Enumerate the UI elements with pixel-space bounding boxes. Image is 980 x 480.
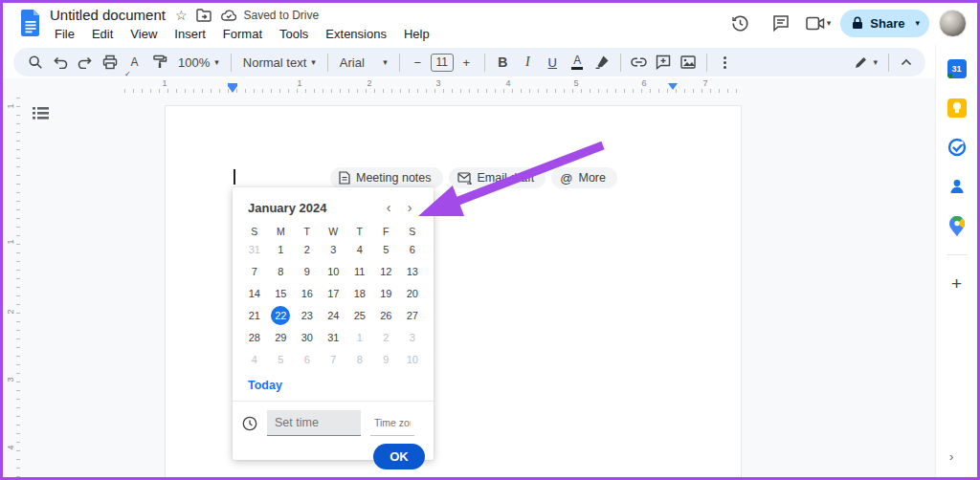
date-cell[interactable]: 11 bbox=[346, 262, 373, 281]
date-cell[interactable]: 12 bbox=[373, 262, 400, 281]
menu-extensions[interactable]: Extensions bbox=[319, 26, 393, 42]
date-cell[interactable]: 5 bbox=[373, 240, 400, 259]
date-cell[interactable]: 9 bbox=[373, 350, 400, 369]
menu-edit[interactable]: Edit bbox=[85, 26, 120, 42]
join-call-button[interactable]: ▾ bbox=[806, 16, 832, 31]
date-cell[interactable]: 4 bbox=[346, 240, 373, 259]
date-cell[interactable]: 25 bbox=[346, 306, 373, 325]
font-size-input[interactable]: 11 bbox=[431, 54, 454, 72]
date-cell[interactable]: 13 bbox=[399, 262, 426, 281]
document-title[interactable]: Untitled document bbox=[50, 7, 166, 23]
date-cell[interactable]: 6 bbox=[399, 240, 426, 259]
right-indent-marker[interactable] bbox=[668, 83, 678, 90]
menu-file[interactable]: File bbox=[48, 26, 81, 42]
date-cell[interactable]: 1 bbox=[346, 328, 373, 347]
menu-help[interactable]: Help bbox=[397, 26, 436, 42]
search-menus-icon[interactable] bbox=[23, 51, 47, 75]
save-status[interactable]: Saved to Drive bbox=[221, 9, 319, 22]
move-to-folder-icon[interactable] bbox=[196, 9, 212, 22]
date-cell[interactable]: 29 bbox=[268, 328, 295, 347]
highlight-color-icon[interactable] bbox=[590, 51, 614, 75]
star-icon[interactable]: ☆ bbox=[175, 8, 188, 23]
date-cell[interactable]: 16 bbox=[294, 284, 321, 303]
date-cell[interactable]: 2 bbox=[294, 240, 321, 259]
add-comment-icon[interactable] bbox=[652, 51, 676, 75]
horizontal-ruler[interactable] bbox=[124, 89, 745, 93]
date-cell[interactable]: 3 bbox=[399, 328, 426, 347]
get-addons-button[interactable]: + bbox=[942, 269, 972, 299]
date-cell[interactable]: 17 bbox=[321, 284, 347, 303]
date-cell[interactable]: 14 bbox=[241, 284, 268, 303]
email-draft-chip[interactable]: Email draft bbox=[449, 167, 546, 188]
date-cell[interactable]: 4 bbox=[241, 350, 268, 369]
date-cell[interactable]: 15 bbox=[268, 284, 295, 303]
date-cell[interactable]: 24 bbox=[321, 306, 347, 325]
hide-panel-chevron-icon[interactable]: › bbox=[949, 449, 953, 464]
date-cell[interactable]: 10 bbox=[321, 262, 347, 281]
date-cell[interactable]: 20 bbox=[399, 284, 426, 303]
previous-month-chevron-icon[interactable]: ‹ bbox=[378, 197, 399, 218]
date-cell[interactable]: 18 bbox=[346, 284, 373, 303]
menu-view[interactable]: View bbox=[123, 26, 164, 42]
bold-button[interactable]: B bbox=[491, 51, 515, 75]
date-cell[interactable]: 6 bbox=[294, 350, 321, 369]
spellcheck-icon[interactable]: A✓ bbox=[122, 51, 146, 75]
date-cell[interactable]: 21 bbox=[241, 306, 268, 325]
date-cell[interactable]: 27 bbox=[399, 306, 426, 325]
redo-icon[interactable] bbox=[73, 51, 97, 75]
date-cell[interactable]: 31 bbox=[321, 328, 347, 347]
google-docs-logo-icon[interactable] bbox=[21, 10, 41, 40]
account-avatar[interactable] bbox=[939, 10, 967, 37]
date-cell[interactable]: 5 bbox=[268, 350, 295, 369]
selected-date-cell[interactable]: 22 bbox=[268, 306, 295, 325]
chevron-down-icon[interactable]: ▾ bbox=[827, 18, 832, 28]
google-keep-icon[interactable] bbox=[942, 93, 972, 123]
ok-button[interactable]: OK bbox=[373, 444, 425, 469]
vertical-ruler[interactable] bbox=[16, 98, 20, 477]
comments-icon[interactable] bbox=[766, 8, 796, 38]
more-chips-chip[interactable]: @ More bbox=[551, 167, 617, 188]
date-cell[interactable]: 28 bbox=[241, 328, 268, 347]
insert-image-icon[interactable] bbox=[677, 51, 701, 75]
google-contacts-icon[interactable] bbox=[942, 171, 972, 202]
date-cell[interactable]: 7 bbox=[321, 350, 347, 369]
more-options-icon[interactable] bbox=[713, 51, 737, 75]
font-select[interactable]: Arial▾ bbox=[334, 51, 393, 75]
date-cell[interactable]: 31 bbox=[241, 240, 268, 259]
date-cell[interactable]: 2 bbox=[373, 328, 400, 347]
meeting-notes-chip[interactable]: Meeting notes bbox=[330, 167, 443, 188]
insert-link-icon[interactable] bbox=[627, 51, 651, 75]
set-time-input[interactable] bbox=[267, 410, 361, 436]
print-icon[interactable] bbox=[98, 51, 122, 75]
share-options-chevron-icon[interactable]: ▾ bbox=[911, 18, 920, 28]
show-document-outline-icon[interactable] bbox=[33, 106, 49, 124]
next-month-chevron-icon[interactable]: › bbox=[399, 197, 420, 218]
left-indent-marker[interactable] bbox=[228, 86, 237, 93]
undo-icon[interactable] bbox=[48, 51, 72, 75]
date-cell[interactable]: 1 bbox=[268, 240, 295, 259]
increase-font-size-button[interactable]: + bbox=[455, 51, 479, 75]
date-cell[interactable]: 23 bbox=[294, 306, 321, 325]
version-history-icon[interactable] bbox=[725, 8, 756, 38]
paragraph-style-select[interactable]: Normal text▾ bbox=[237, 51, 322, 75]
google-calendar-icon[interactable]: 31 bbox=[942, 54, 972, 84]
menu-insert[interactable]: Insert bbox=[167, 26, 212, 42]
italic-button[interactable]: I bbox=[516, 51, 540, 75]
text-color-button[interactable]: A bbox=[566, 51, 590, 75]
date-cell[interactable]: 8 bbox=[346, 350, 373, 369]
date-cell[interactable]: 26 bbox=[373, 306, 400, 325]
date-cell[interactable]: 19 bbox=[373, 284, 400, 303]
date-cell[interactable]: 8 bbox=[268, 262, 295, 281]
date-cell[interactable]: 9 bbox=[294, 262, 321, 281]
time-zone-input[interactable] bbox=[370, 410, 414, 436]
paint-format-icon[interactable] bbox=[147, 51, 171, 75]
menu-format[interactable]: Format bbox=[216, 26, 269, 42]
date-cell[interactable]: 7 bbox=[241, 262, 268, 281]
hide-menus-chevron-icon[interactable] bbox=[894, 51, 918, 75]
menu-tools[interactable]: Tools bbox=[273, 26, 315, 42]
decrease-font-size-button[interactable]: − bbox=[406, 51, 430, 75]
today-link[interactable]: Today bbox=[248, 379, 434, 392]
date-cell[interactable]: 10 bbox=[399, 350, 426, 369]
editing-mode-select[interactable]: ▾ bbox=[849, 51, 883, 75]
google-tasks-icon[interactable] bbox=[942, 132, 972, 163]
